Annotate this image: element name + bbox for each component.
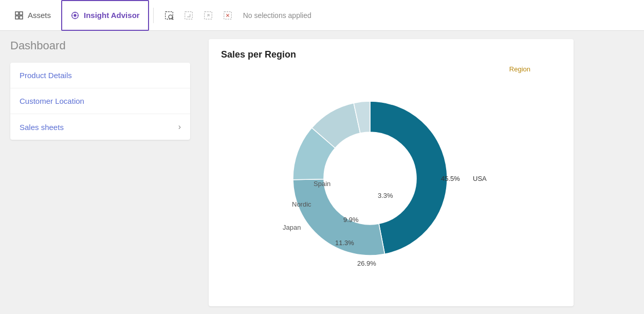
svg-rect-13 — [185, 11, 192, 19]
assets-icon — [14, 11, 24, 20]
no-selections-indicator: No selections applied — [243, 11, 311, 20]
insight-advisor-tab[interactable]: Insight Advisor — [61, 0, 149, 31]
svg-rect-0 — [15, 12, 19, 15]
sheet-link-customer-location[interactable]: Customer Location — [20, 97, 84, 105]
export-button[interactable] — [199, 6, 217, 25]
expand-button[interactable] — [179, 6, 198, 25]
usa-pct: 45.5% — [441, 175, 460, 182]
chart-card: Sales per Region Region — [209, 39, 574, 306]
main-layout: Dashboard Product Details Customer Locat… — [0, 31, 644, 314]
insight-advisor-tab-label: Insight Advisor — [84, 11, 140, 20]
top-nav: Assets Insight Advisor — [0, 0, 644, 31]
sidebar: Dashboard Product Details Customer Locat… — [0, 31, 200, 314]
japan-label: Japan — [283, 224, 301, 231]
sheet-item-product-details[interactable]: Product Details — [10, 63, 190, 88]
spain-pct: 3.3% — [378, 192, 393, 199]
chevron-right-icon: › — [178, 122, 181, 132]
toolbar-icons — [160, 6, 237, 25]
clear-selections-button[interactable] — [218, 6, 237, 25]
svg-rect-1 — [20, 12, 23, 15]
no-selections-label: No selections applied — [243, 11, 311, 20]
svg-point-11 — [169, 15, 172, 19]
page-title: Dashboard — [10, 39, 190, 52]
svg-point-5 — [73, 14, 76, 16]
sheet-list: Product Details Customer Location Sales … — [10, 63, 190, 140]
sheet-item-customer-location[interactable]: Customer Location — [10, 88, 190, 114]
assets-tab[interactable]: Assets — [6, 0, 59, 31]
svg-rect-3 — [20, 16, 23, 19]
sheet-link-product-details[interactable]: Product Details — [20, 71, 72, 80]
region-legend: Region — [509, 65, 530, 73]
chart-container: Region USA Jap — [221, 65, 561, 302]
sheet-link-sales-sheets[interactable]: Sales sheets — [20, 123, 64, 132]
nordic-pct: 9.9% — [343, 216, 359, 224]
donut-segment-usa[interactable] — [370, 101, 447, 254]
spain-label: Spain — [314, 180, 330, 188]
nav-divider — [153, 8, 154, 23]
sheet-item-sales-sheets[interactable]: Sales sheets › — [10, 114, 190, 140]
donut-chart: USA Japan Nordic Spain 45.5% 26.9% 11.3%… — [252, 70, 509, 286]
germany-pct: 26.9% — [357, 260, 376, 267]
insight-advisor-icon — [70, 11, 80, 20]
assets-tab-label: Assets — [28, 11, 51, 20]
japan-pct: 11.3% — [335, 239, 354, 247]
svg-rect-2 — [15, 16, 19, 19]
content-area: Sales per Region Region — [200, 31, 644, 314]
chart-title: Sales per Region — [221, 49, 561, 60]
nordic-label: Nordic — [292, 200, 311, 208]
lasso-search-button[interactable] — [160, 6, 178, 25]
usa-label: USA — [473, 175, 487, 182]
